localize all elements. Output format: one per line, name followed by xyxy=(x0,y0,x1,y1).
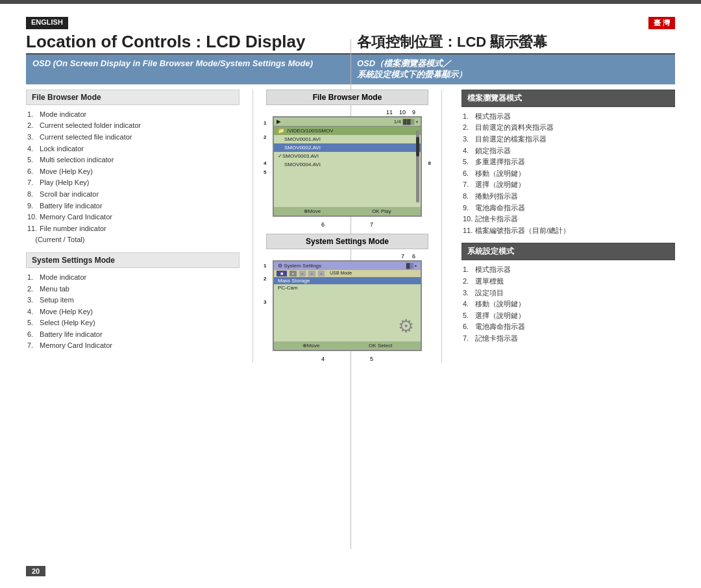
list-item: 5. Multi selection indicator xyxy=(26,154,240,166)
sys-settings-icon: ⚙ System Settings xyxy=(278,263,321,269)
system-settings-header-en: System Settings Mode xyxy=(26,252,240,268)
chinese-badge: 臺 灣 xyxy=(648,17,675,29)
list-item-cn: 6. 移動（說明鍵） xyxy=(461,168,675,180)
list-item-cn: 7. 選擇（說明鍵） xyxy=(461,179,675,191)
right-column: 檔案瀏覽器模式 1. 模式指示器 2. 目前選定的資料夾指示器 3. 目前選定的… xyxy=(449,90,675,363)
lcd-system-settings-wrapper: 7 6 1 2 3 ⚙ System Settings xyxy=(273,253,422,363)
lcd-center-column: File Browser Mode 11 10 9 1 2 4 5 xyxy=(260,90,435,363)
list-item: 7. Play (Help Key) xyxy=(26,177,240,189)
lcd-system-settings-screen: ⚙ System Settings ▓▒ ▪ ■ ▪ ▫ xyxy=(273,260,422,351)
callout-8: 8 xyxy=(428,160,431,166)
list-item-cn: 5. 選擇（說明鍵） xyxy=(461,310,675,322)
lcd-folder-row: 📁 /VIDEO/100SSMOV xyxy=(274,127,421,135)
bottom-play: OK Play xyxy=(372,208,391,214)
sys-callout-7: 7 xyxy=(401,253,404,260)
list-item-cn: 6. 電池壽命指示器 xyxy=(461,321,675,333)
list-item-cn: 2. 目前選定的資料夾指示器 xyxy=(461,122,675,134)
lcd-file-item-4: SMOV0004.AVI xyxy=(274,160,421,169)
lcd-bottom-callouts: 6 7 xyxy=(273,221,422,228)
lcd-sys-menu-bar: ■ ▪ ▫ ▫ ▫ USB Mode xyxy=(274,270,421,277)
callout-5: 5 xyxy=(264,169,266,175)
list-item: 4. Move (Help Key) xyxy=(26,306,240,318)
callout-4: 4 xyxy=(264,160,266,166)
lcd-file-browser-container: 1 2 4 5 8 ▶ 1/4 ▓▓▒ xyxy=(273,116,422,217)
list-item-cn: 3. 設定項目 xyxy=(461,288,675,299)
file-name-1: SMOV0001.AVI xyxy=(284,136,321,142)
sys-callout-1: 1 xyxy=(264,263,266,269)
system-settings-section-cn: 系統設定模式 1. 模式指示器 2. 選單標籤 3. 設定項目 4. 移動（說明… xyxy=(461,243,675,344)
file-name-4: SMOV0004.AVI xyxy=(284,162,321,167)
lcd-file-count: 1/4 xyxy=(394,119,401,125)
list-item: 3. Setup item xyxy=(26,295,240,306)
bottom-move: ⊕Move xyxy=(304,208,321,214)
sys-bottom-move: ⊕Move xyxy=(302,343,320,349)
sys-bottom-select: OK Select xyxy=(369,343,392,349)
lcd-file-browser-label: File Browser Mode xyxy=(266,90,428,105)
menu-tab-3: ▫ xyxy=(299,271,306,276)
list-item: 1. Mode indicator xyxy=(26,109,240,121)
sys-battery-area: ▓▒ ▪ xyxy=(406,263,417,269)
callout-11: 11 xyxy=(386,109,393,116)
list-item-cn: 4. 移動（說明鍵） xyxy=(461,299,675,310)
list-item-cn: 4. 鎖定指示器 xyxy=(461,145,675,157)
two-col-layout: File Browser Mode 1. Mode indicator 2. C… xyxy=(26,90,675,363)
callout-6: 6 xyxy=(321,221,325,228)
file-name-3: SMOV0003.AVI xyxy=(282,153,319,159)
list-item: 5. Select (Help Key) xyxy=(26,317,240,329)
list-item: 2. Menu tab xyxy=(26,284,240,295)
col-divider xyxy=(252,90,253,363)
file-browser-section-en: File Browser Mode 1. Mode indicator 2. C… xyxy=(26,90,240,246)
list-item: 1. Mode indicator xyxy=(26,272,240,284)
lcd-sys-bottom-callouts: 4 5 xyxy=(273,355,422,363)
list-item: 6. Move (Help Key) xyxy=(26,166,240,178)
list-item-cn: 2. 選單標籤 xyxy=(461,276,675,288)
menu-tab-4: ▫ xyxy=(308,271,315,276)
list-item-cn: 8. 捲動列指示器 xyxy=(461,191,675,202)
list-item-cn: 11. 檔案編號指示器（目前/總計） xyxy=(461,225,675,237)
page-number: 20 xyxy=(26,566,45,576)
lcd-sdcard-icon: ▪ xyxy=(416,119,418,125)
list-item: 2. Current selected folder indicator xyxy=(26,120,240,132)
folder-icon: 📁 xyxy=(278,128,284,134)
lcd-bottom-bar: ⊕Move OK Play xyxy=(274,207,421,215)
lcd-sys-item-pc-cam: PC-Cam xyxy=(274,284,421,291)
sys-callout-2: 2 xyxy=(264,276,266,282)
gear-decorative-icon: ⚙ xyxy=(398,315,414,337)
callout-7: 7 xyxy=(370,221,373,228)
section-header-english: OSD (On Screen Display in File Browser M… xyxy=(26,55,350,84)
english-badge: ENGLISH xyxy=(26,17,68,29)
lcd-file-item-1: SMOV0001.AVI xyxy=(274,135,421,143)
list-item-cn: 5. 多重選擇指示器 xyxy=(461,156,675,168)
lcd-file-item-3: ✓ SMOV0003.AVI xyxy=(274,152,421,160)
sys-sdcard: ▪ xyxy=(415,263,417,269)
callout-9: 9 xyxy=(412,109,415,116)
list-item: 11. File number indicator (Current / Tot… xyxy=(26,223,240,246)
callout-2: 2 xyxy=(264,134,266,140)
file-name-2: SMOV0002.AVI xyxy=(284,145,321,151)
lcd-file-browser-screen: ▶ 1/4 ▓▓▒ ▪ 📁 /VIDEO/100SSMOV xyxy=(273,116,422,217)
lcd-file-list: SMOV0001.AVI SMOV0002.AVI ✓ SMOV0003.AVI xyxy=(274,135,421,169)
menu-tab-2: ▪ xyxy=(289,271,296,276)
sys-callout-3: 3 xyxy=(264,299,266,305)
check-mark: ✓ xyxy=(278,153,282,159)
sys-callout-6: 6 xyxy=(412,253,415,260)
lcd-top-callouts: 11 10 9 xyxy=(273,109,422,116)
lcd-mode-icon: ▶ xyxy=(277,119,280,125)
lcd-battery-icon: ▓▓▒ xyxy=(403,119,414,125)
lcd-sys-top-callouts: 7 6 xyxy=(273,253,422,260)
left-column: File Browser Mode 1. Mode indicator 2. C… xyxy=(26,90,246,363)
page-container: ENGLISH 臺 灣 Location of Controls : LCD D… xyxy=(0,0,701,588)
list-item-cn: 7. 記憶卡指示器 xyxy=(461,333,675,345)
list-item-cn: 1. 模式指示器 xyxy=(461,111,675,123)
lcd-sys-item-mass-storage: Mass Storage xyxy=(274,277,421,284)
list-item: 8. Scroll bar indicator xyxy=(26,189,240,201)
col-divider-2 xyxy=(441,90,442,363)
menu-tab-5: ▫ xyxy=(318,271,325,276)
folder-path: /VIDEO/100SSMOV xyxy=(287,128,334,134)
lcd-sys-title-bar: ⚙ System Settings ▓▒ ▪ xyxy=(274,262,421,270)
callout-10: 10 xyxy=(399,109,406,116)
file-browser-list-en: 1. Mode indicator 2. Current selected fo… xyxy=(26,109,240,246)
lcd-progress-area: 1/4 ▓▓▒ ▪ xyxy=(394,119,418,125)
list-item: 10. Memory Card Indicator xyxy=(26,212,240,223)
file-browser-header-cn: 檔案瀏覽器模式 xyxy=(461,90,675,107)
